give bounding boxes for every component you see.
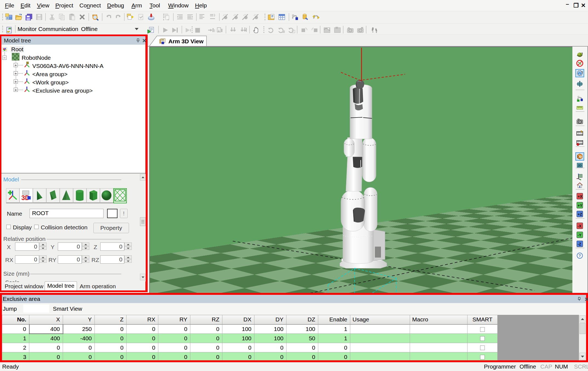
svg-text:2D: 2D (578, 164, 582, 167)
svg-text:+X: +X (578, 194, 583, 199)
svg-text:-Z: -Z (578, 242, 581, 246)
svg-text:3D: 3D (578, 155, 582, 158)
svg-text:+Y: +Y (578, 203, 583, 208)
svg-text:-Y: -Y (578, 233, 582, 237)
svg-text:?: ? (579, 253, 581, 258)
svg-text:+Z: +Z (578, 212, 582, 216)
svg-text:Z: Z (579, 72, 581, 75)
svg-text:-X: -X (578, 224, 582, 228)
